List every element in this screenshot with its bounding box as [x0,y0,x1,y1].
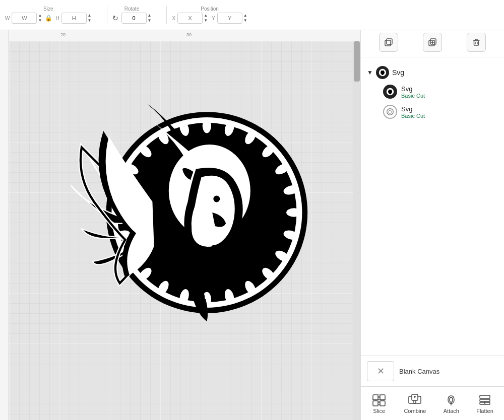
combine-label: Combine [404,408,426,414]
canvas-selector[interactable]: ✕ Blank Canvas [361,356,504,386]
layer-item-1-name: Svg [401,85,425,93]
size-label: Size [43,6,53,12]
layer-item-1-type: Basic Cut [401,93,425,99]
group-name: Svg [392,68,404,77]
svg-rect-42 [474,41,478,45]
x-spin[interactable]: ▲▼ [204,13,208,23]
right-panel: Layers Color Sync [360,0,504,420]
combine-button[interactable]: Combine [400,391,430,416]
canvas-area[interactable]: 20 30 [0,30,360,420]
svg-rect-51 [380,401,385,406]
layer-item-1-text: Svg Basic Cut [401,85,425,99]
width-label: W [5,16,10,21]
svg-rect-38 [429,40,434,46]
canvas-label: Blank Canvas [399,368,439,375]
layer-item-2-text: Svg Basic Cut [401,105,425,119]
sep1 [107,6,107,24]
height-spin[interactable]: ▲▼ [88,13,92,23]
flatten-button[interactable]: Flatten [472,391,497,416]
flatten-icon [477,393,492,407]
ruler-mark-30: 30 [186,32,192,37]
layer-item-1[interactable]: Svg Basic Cut [367,82,498,102]
ruler-top: 20 30 [0,30,360,41]
x-label: X [172,16,175,21]
add-layer-button[interactable] [423,33,442,52]
duplicate-button[interactable] [379,33,398,52]
rotate-label: Rotate [124,6,139,12]
layer-group-header[interactable]: ▼ Svg [367,63,498,82]
layer-item-2-icon [383,105,397,119]
rotate-icon: ↻ [112,14,118,22]
width-spin[interactable]: ▲▼ [38,13,42,23]
layer-item-2[interactable]: Svg Basic Cut [367,102,498,122]
ruler-left [0,30,9,420]
svg-rect-36 [385,40,391,46]
slice-icon [371,393,387,407]
canvas-x-icon: ✕ [377,366,385,377]
svg-rect-37 [387,39,392,44]
expand-arrow-icon: ▼ [367,69,373,76]
svg-rect-49 [380,395,385,400]
svg-rect-48 [373,395,378,400]
rotate-group: Rotate ↻ ▲▼ [112,6,152,24]
layer-item-1-icon [383,85,397,99]
combine-icon [407,393,422,407]
delete-layer-button[interactable] [467,33,486,52]
size-group: Size W ▲▼ 🔒 H ▲▼ [5,6,92,24]
grid-canvas[interactable] [9,41,353,420]
svg-rect-61 [480,399,490,401]
panel-toolbar [361,28,504,57]
y-spin[interactable]: ▲▼ [243,13,247,23]
layer-item-2-name: Svg [401,105,425,113]
height-label: H [55,16,59,21]
lock-icon: 🔒 [45,15,52,22]
sep2 [166,6,167,24]
group-icon [376,66,389,79]
layer-group-svg: ▼ Svg Svg [361,61,504,124]
flatten-label: Flatten [476,408,493,414]
svg-point-29 [213,196,220,202]
rotate-spin[interactable]: ▲▼ [148,13,152,23]
rotate-input[interactable] [121,13,147,24]
svg-rect-50 [373,401,378,406]
toolbar: Size W ▲▼ 🔒 H ▲▼ Rotate ↻ ▲▼ Position X … [0,0,504,30]
ruler-mark-20: 20 [60,32,66,37]
svg-rect-39 [430,39,436,44]
slice-label: Slice [373,408,385,414]
canvas-thumbnail[interactable]: ✕ [367,361,394,381]
position-group: Position X ▲▼ Y ▲▼ [172,6,247,24]
scrollbar-right[interactable] [353,41,360,420]
y-input[interactable] [217,13,242,24]
layers-list: ▼ Svg Svg [361,57,504,356]
x-input[interactable] [177,13,203,24]
bottom-action-bar: Slice Combine [361,386,504,420]
svg-rect-60 [480,395,490,398]
attach-icon [444,393,459,407]
position-label: Position [201,6,219,12]
y-label: Y [212,16,215,21]
svg-point-9 [286,208,301,217]
artwork-container[interactable] [54,82,327,343]
height-input[interactable] [61,13,87,24]
width-input[interactable] [12,13,37,24]
attach-label: Attach [444,408,459,414]
attach-button[interactable]: Attach [439,391,463,416]
scrollbar-thumb[interactable] [354,41,360,82]
layer-item-2-type: Basic Cut [401,113,425,119]
svg-point-30 [205,125,209,130]
svg-point-33 [205,295,209,300]
slice-button[interactable]: Slice [367,391,391,416]
